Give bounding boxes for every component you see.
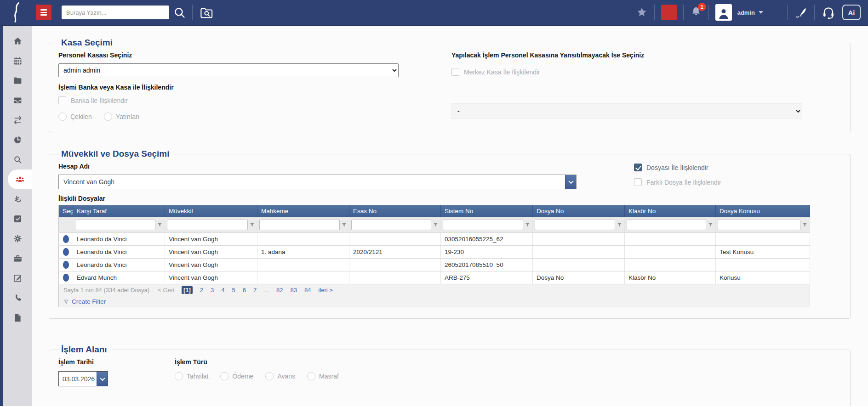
user-menu-caret[interactable]	[759, 11, 763, 14]
table-header-row: Seç Karşı Taraf Müvekkil Mahkeme Esas No…	[59, 205, 810, 217]
sidebar-item-home[interactable]	[3, 31, 32, 51]
date-dropdown-button[interactable]	[97, 372, 108, 386]
column-header-esas-no[interactable]: Esas No	[349, 205, 441, 217]
sidebar-item-edit[interactable]	[3, 268, 32, 288]
filter-input-klasor-no[interactable]	[627, 220, 706, 230]
column-header-sistem-no[interactable]: Sistem No	[441, 205, 533, 217]
islem-tarihi-date-editor[interactable]: 03.03.2026	[58, 371, 108, 386]
merkez-kasa-label: Merkez Kasa İle İlişkilendir	[464, 68, 540, 76]
filter-icon[interactable]	[802, 222, 808, 228]
row-select-button[interactable]	[63, 274, 69, 282]
merkez-kasa-select[interactable]: -	[451, 103, 802, 119]
pager-page-2[interactable]: 2	[200, 287, 203, 294]
column-header-klasor-no[interactable]: Klasör No	[625, 205, 716, 217]
sidebar-item-calendar[interactable]	[3, 51, 32, 71]
column-header-dosya-konusu[interactable]: Dosya Konusu	[716, 205, 810, 217]
pager-page-82[interactable]: 82	[276, 287, 283, 294]
islem-tarihi-value[interactable]: 03.03.2026	[59, 372, 97, 386]
sidebar-item-documents[interactable]	[3, 308, 32, 328]
yatirilan-radio[interactable]	[104, 113, 112, 121]
pager-page-6[interactable]: 6	[243, 287, 246, 294]
sidebar-item-phone[interactable]	[3, 288, 32, 308]
filter-input-esas-no[interactable]	[351, 220, 431, 230]
filter-icon[interactable]	[617, 222, 622, 228]
filter-icon[interactable]	[433, 222, 439, 228]
odeme-radio[interactable]	[220, 372, 228, 380]
hamburger-menu-button[interactable]	[36, 5, 51, 20]
column-header-sec[interactable]: Seç	[59, 205, 73, 217]
table-row[interactable]: Edvard Munch Vincent van Gogh ARB-275 Do…	[59, 271, 810, 284]
masraf-radio[interactable]	[307, 372, 315, 380]
folder-search-button[interactable]	[199, 6, 213, 19]
filter-icon[interactable]	[525, 222, 531, 228]
pager-prev[interactable]: < Geri	[158, 287, 174, 294]
create-filter-link[interactable]: Create Filter	[63, 298, 805, 305]
filter-icon[interactable]	[157, 222, 163, 228]
pager-page-5[interactable]: 5	[232, 287, 235, 294]
table-row[interactable]: Leonardo da Vinci Vincent van Gogh 1. ad…	[59, 246, 810, 259]
hesap-adi-dropdown-button[interactable]	[565, 175, 576, 189]
filter-icon[interactable]	[341, 222, 347, 228]
gear-icon	[13, 234, 23, 243]
row-select-button[interactable]	[63, 235, 69, 243]
sidebar-item-finance[interactable]	[3, 189, 32, 209]
column-header-mahkeme[interactable]: Mahkeme	[257, 205, 349, 217]
pager-next[interactable]: ileri >	[319, 287, 333, 294]
filter-input-sistem-no[interactable]	[443, 220, 523, 230]
cekilen-radio[interactable]	[58, 113, 67, 121]
row-select-button[interactable]	[63, 248, 69, 256]
avans-radio[interactable]	[265, 372, 274, 380]
filter-input-dosya-no[interactable]	[535, 220, 615, 230]
notifications-button[interactable]: 1	[690, 6, 702, 19]
ai-assistant-button[interactable]: Ai	[842, 5, 861, 20]
filter-input-muvekkil[interactable]	[167, 220, 248, 230]
sidebar-item-reports[interactable]	[3, 130, 32, 150]
farkli-dosya-checkbox[interactable]	[634, 178, 642, 186]
tahsilat-radio[interactable]	[175, 372, 183, 380]
pager-page-83[interactable]: 83	[291, 287, 297, 294]
notes-button[interactable]	[794, 6, 808, 19]
personel-kasasi-select[interactable]: admin admin	[58, 63, 399, 77]
sidebar-item-office[interactable]	[3, 249, 32, 268]
pager-page-84[interactable]: 84	[304, 287, 311, 294]
pager-page-7[interactable]: 7	[253, 287, 257, 294]
filter-input-dosya-konusu[interactable]	[718, 220, 800, 230]
search-button[interactable]	[173, 6, 186, 19]
pager-page-4[interactable]: 4	[221, 287, 224, 294]
filter-icon[interactable]	[708, 222, 714, 228]
support-button[interactable]	[821, 5, 836, 20]
sidebar-item-inbox[interactable]	[3, 90, 32, 110]
hesap-adi-combobox[interactable]: Vincent van Gogh	[58, 175, 577, 189]
pager-page-3[interactable]: 3	[211, 287, 214, 294]
filter-input-mahkeme[interactable]	[259, 220, 340, 230]
transfer-arrows-icon	[13, 115, 23, 125]
dosyasi-iliskilendir-checkbox[interactable]	[634, 164, 642, 171]
sidebar-item-settings[interactable]	[3, 229, 32, 249]
favorites-button[interactable]	[636, 6, 648, 18]
top-navbar: 1 admin	[0, 0, 868, 26]
edit-icon	[13, 273, 23, 283]
filter-icon[interactable]	[249, 222, 255, 228]
sidebar-item-clients[interactable]	[8, 170, 32, 189]
column-header-muvekkil[interactable]: Müvekkil	[165, 205, 257, 217]
sidebar-item-tasks[interactable]	[3, 209, 32, 229]
merkez-kasa-checkbox[interactable]	[451, 68, 459, 76]
column-header-dosya-no[interactable]: Dosya No	[533, 205, 625, 217]
user-icon	[716, 6, 731, 21]
app-logo[interactable]	[7, 1, 26, 23]
banka-iliskilendir-checkbox[interactable]	[58, 96, 66, 104]
pager-current-page[interactable]: [1]	[182, 286, 193, 294]
search-input[interactable]	[62, 6, 169, 19]
table-row[interactable]: Leonardo da Vinci Vincent van Gogh 26052…	[59, 259, 810, 271]
row-select-button[interactable]	[63, 261, 69, 269]
filter-input-karsi-taraf[interactable]	[75, 220, 155, 230]
table-row[interactable]: Leonardo da Vinci Vincent van Gogh 03052…	[59, 233, 810, 246]
sidebar-item-transfers[interactable]	[3, 110, 32, 130]
avatar[interactable]	[715, 4, 732, 21]
sidebar-item-files[interactable]	[3, 71, 32, 90]
phone-icon	[13, 293, 23, 303]
red-square-button[interactable]	[661, 5, 677, 20]
create-filter-label: Create Filter	[72, 298, 106, 305]
sidebar-item-search[interactable]	[3, 150, 32, 170]
column-header-karsi-taraf[interactable]: Karşı Taraf	[73, 205, 165, 217]
